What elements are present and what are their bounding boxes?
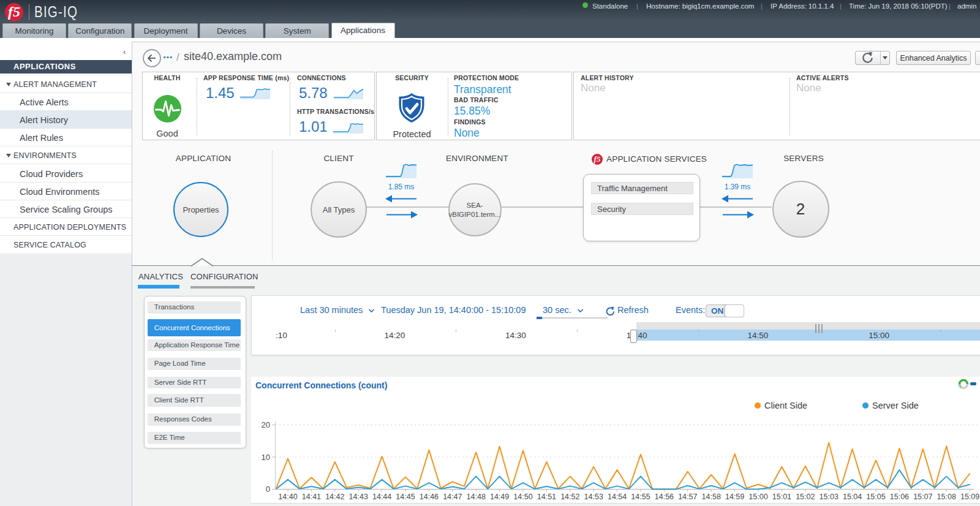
svg-text:14:40: 14:40 [278, 493, 297, 501]
svg-text:14:48: 14:48 [467, 493, 486, 501]
svg-text:14:51: 14:51 [537, 493, 556, 501]
svg-text:14:50: 14:50 [513, 493, 532, 501]
svg-text:14:41: 14:41 [302, 493, 321, 501]
svg-text:0: 0 [266, 485, 270, 494]
svg-text:14:54: 14:54 [608, 493, 627, 501]
svg-text:15:02: 15:02 [796, 493, 815, 501]
svg-text:14:58: 14:58 [702, 493, 721, 501]
svg-text:14:57: 14:57 [678, 493, 697, 501]
svg-text:14:53: 14:53 [584, 493, 603, 501]
svg-text:15:03: 15:03 [820, 493, 839, 501]
svg-text:15:09: 15:09 [960, 493, 979, 501]
svg-text:15:01: 15:01 [772, 493, 791, 501]
svg-text:14:52: 14:52 [560, 493, 579, 501]
svg-text:14:59: 14:59 [725, 493, 744, 501]
svg-text:10: 10 [262, 453, 270, 462]
svg-text:20: 20 [262, 420, 270, 429]
svg-text:15:07: 15:07 [913, 493, 932, 501]
svg-text:14:46: 14:46 [420, 493, 439, 501]
svg-text:14:44: 14:44 [372, 493, 391, 501]
svg-text:15:00: 15:00 [748, 493, 767, 501]
svg-text:14:56: 14:56 [655, 493, 674, 501]
svg-text:14:42: 14:42 [325, 493, 344, 501]
svg-text:15:08: 15:08 [937, 493, 956, 501]
svg-text:15:04: 15:04 [843, 493, 862, 501]
svg-text:14:55: 14:55 [631, 493, 650, 501]
svg-text:14:45: 14:45 [396, 493, 415, 501]
svg-text:14:49: 14:49 [490, 493, 509, 501]
svg-text:15:05: 15:05 [866, 493, 885, 501]
svg-text:14:43: 14:43 [349, 493, 368, 501]
svg-text:14:47: 14:47 [443, 493, 462, 501]
svg-text:15:06: 15:06 [890, 493, 909, 501]
